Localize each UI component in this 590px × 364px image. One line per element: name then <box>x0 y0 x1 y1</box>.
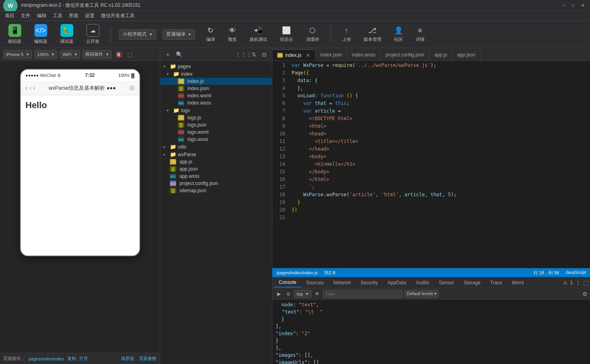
debug-levels-selector[interactable]: Default levels ▾ <box>405 290 439 298</box>
menu-devtools[interactable]: 微信开发者工具 <box>98 12 138 20</box>
nav-back-icon[interactable]: ‹ ‹ ‹ <box>26 84 36 92</box>
code-content[interactable]: var WxParse = require('../../wxParse/wxP… <box>288 61 590 268</box>
tab-app-js[interactable]: app.js <box>429 49 452 60</box>
tree-item-app-wxss[interactable]: wx app.wxss <box>160 173 272 180</box>
simulator-button[interactable]: 📱 模拟器 <box>5 22 24 46</box>
action-selector[interactable]: 模拟操作 ▼ <box>83 50 112 59</box>
new-file-button[interactable]: + <box>163 50 172 59</box>
real-debug-button[interactable]: 📲 真机调试 <box>246 24 270 44</box>
maximize-button[interactable]: □ <box>569 2 577 9</box>
editor-button[interactable]: </> 编辑器 <box>31 22 50 46</box>
search-file-button[interactable]: 🔍 <box>175 50 183 59</box>
bottom-copy-button[interactable]: 复制 <box>67 356 76 362</box>
tree-item-app-json[interactable]: {} app.json <box>160 165 272 173</box>
tree-item-utils[interactable]: ▸ 📁 utils <box>160 143 272 151</box>
window-title: miniprogram-test-2 - 微信开发者工具 RC v1.02.19… <box>21 2 556 9</box>
nav-menu-icon[interactable]: ⊙ <box>129 84 135 92</box>
expand-icon[interactable]: ⬚ <box>125 50 134 59</box>
debug-tab-network[interactable]: Network <box>328 278 356 287</box>
close-button[interactable]: ✕ <box>579 2 587 9</box>
file-sort-icon[interactable]: ⇅ <box>250 50 258 59</box>
page-param-button[interactable]: 页面参数 <box>139 356 157 362</box>
mode-selector[interactable]: 小程序模式 ▼ <box>119 29 156 40</box>
tree-item-app-js[interactable]: JS app.js <box>160 158 272 165</box>
debug-tab-trace[interactable]: Trace <box>485 278 507 287</box>
tab-index-js[interactable]: JS index.js ✕ <box>272 49 316 60</box>
tree-item-pages[interactable]: ▾ 📁 pages <box>160 62 272 70</box>
debug-tab-audits[interactable]: Audits <box>411 278 434 287</box>
tab-close-index-js[interactable]: ✕ <box>306 52 310 58</box>
zoom-arrow-icon: ▼ <box>51 52 55 56</box>
cloud-button[interactable]: ☁ 云开发 <box>83 22 103 46</box>
tab-index-wxss[interactable]: index.wxss <box>347 49 381 60</box>
simulator-icon: 📱 <box>8 24 21 37</box>
menu-edit[interactable]: 编辑 <box>34 12 50 20</box>
code-editor[interactable]: 12345 678910 1112131415 1617181920 21 va… <box>272 61 590 268</box>
preview-button[interactable]: 👁 预览 <box>225 25 240 44</box>
menu-file[interactable]: 文件 <box>18 12 34 20</box>
debug-button[interactable]: 🐛 调试器 <box>57 22 77 46</box>
tree-item-logs-folder[interactable]: ▾ 📁 logs <box>160 107 272 114</box>
tree-item-logs-wxss[interactable]: wx logs.wxss <box>160 136 272 143</box>
bottom-path-label: 页面路径： <box>3 356 25 362</box>
scene-value-button[interactable]: 场景值 <box>121 356 134 362</box>
tree-label-index-folder: index <box>181 71 193 77</box>
tree-item-logs-wxml[interactable]: </> logs.wxml <box>160 129 272 136</box>
debug-settings-button[interactable]: ⚙ <box>582 291 588 297</box>
menu-tools[interactable]: 工具 <box>50 12 66 20</box>
upload-button[interactable]: ↑ 上传 <box>339 25 354 44</box>
tree-item-index-wxss[interactable]: wx index.wxss <box>160 99 272 107</box>
debug-eye-button[interactable]: 👁 <box>313 290 321 298</box>
tab-app-json[interactable]: app.json <box>452 49 480 60</box>
clear-button[interactable]: ⬡ 清缓存 <box>303 24 322 44</box>
tree-label-sitemap: sitemap.json <box>179 188 206 193</box>
status-file-path: /pages/index/index.js <box>276 270 318 275</box>
debug-run-button[interactable]: ▶ <box>275 290 283 298</box>
volume-icon[interactable]: 🔇 <box>114 50 123 59</box>
minimize-button[interactable]: ─ <box>560 2 568 9</box>
menu-project[interactable]: 项目 <box>2 12 18 20</box>
tree-item-index-wxml[interactable]: </> index.wxml <box>160 92 272 99</box>
debug-tab-security[interactable]: Security <box>356 278 383 287</box>
version-button[interactable]: ⎇ 版本管理 <box>360 24 385 44</box>
detail-button[interactable]: ≡ 详情 <box>413 25 428 44</box>
debug-tab-appdata[interactable]: AppData <box>383 278 411 287</box>
file-filter-icon[interactable]: ⋮⋮⋮ <box>239 50 248 59</box>
phone-nav-title: wxParse信息及基本解析 ●●● <box>35 84 129 92</box>
tab-index-json[interactable]: index.json <box>316 49 347 60</box>
debug-more-icon[interactable]: ⋮ <box>575 280 581 286</box>
tree-item-wxparse[interactable]: ▸ 📁 wxParse <box>160 151 272 158</box>
community-button[interactable]: 👤 社区 <box>391 24 406 44</box>
tree-item-index-folder[interactable]: ▾ 📁 index <box>160 70 272 78</box>
debug-tab-wxml[interactable]: Wxml <box>507 278 529 287</box>
menu-settings[interactable]: 设置 <box>82 12 98 20</box>
compile-selector[interactable]: 普通编译 ▼ <box>163 29 195 40</box>
debug-console-content[interactable]: node: "text", "text": "\t " } ], "index"… <box>272 300 590 364</box>
debug-detach-icon[interactable]: ⬚ <box>583 280 588 286</box>
device-selector[interactable]: iPhone 5 ▼ <box>3 50 32 59</box>
debug-gear-icon[interactable]: ⚙ <box>582 291 588 297</box>
debug-context-selector[interactable]: top ▼ <box>294 290 312 298</box>
debug-block-button[interactable]: ⊘ <box>284 290 292 298</box>
tree-item-logs-js[interactable]: JS logs.js <box>160 114 272 121</box>
debug-tab-console[interactable]: Console <box>274 278 301 288</box>
file-collapse-icon[interactable]: ⊟ <box>260 50 269 59</box>
zoom-selector[interactable]: 100% ▼ <box>34 50 57 59</box>
debug-tab-sensor[interactable]: Sensor <box>434 278 459 287</box>
bottom-open-button[interactable]: 打开 <box>79 356 88 362</box>
community-icon: 👤 <box>394 26 403 35</box>
debug-tab-storage[interactable]: Storage <box>459 278 485 287</box>
backend-button[interactable]: ⬜ 切后台 <box>277 24 296 44</box>
debug-filter-input[interactable] <box>323 290 403 298</box>
tree-item-project-config[interactable]: (o) project.config.json <box>160 180 272 187</box>
tree-item-sitemap[interactable]: {} sitemap.json <box>160 187 272 194</box>
bottom-route[interactable]: pages/index/index <box>28 356 64 361</box>
refresh-button[interactable]: ↻ 编译 <box>203 24 218 44</box>
menu-view[interactable]: 界面 <box>66 12 82 20</box>
network-selector[interactable]: WiFi ▼ <box>60 50 80 59</box>
tree-item-index-json[interactable]: {} index.json <box>160 85 272 92</box>
tab-project-config[interactable]: project.config.json <box>381 49 429 60</box>
tree-item-logs-json[interactable]: {} logs.json <box>160 121 272 129</box>
debug-tab-sources[interactable]: Sources <box>301 278 328 287</box>
tree-item-index-js[interactable]: JS index.js <box>160 78 272 85</box>
